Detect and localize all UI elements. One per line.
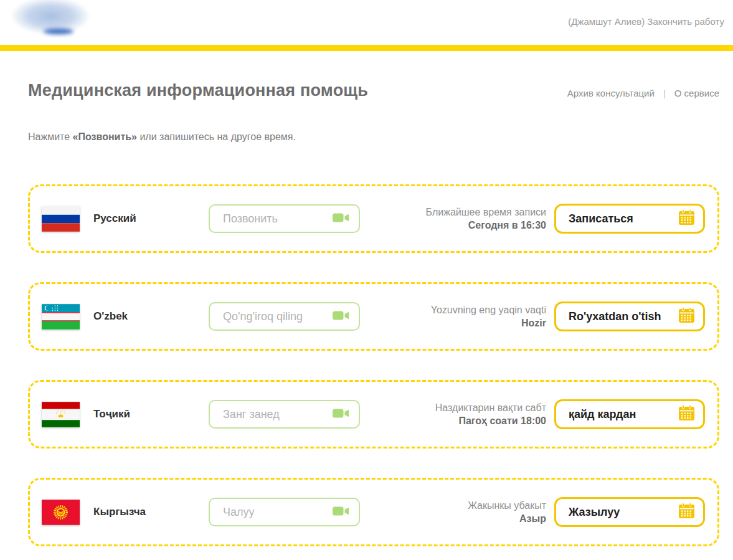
video-camera-icon: [333, 506, 349, 519]
kyrgyzstan-flag-icon: [42, 500, 80, 525]
site-logo-core: [44, 29, 73, 34]
page-title: Медицинская информационная помощь: [28, 81, 368, 100]
nearest-slot-info: Yozuvning eng yaqin vaqti Hozir: [431, 303, 546, 330]
calendar-icon: [678, 503, 695, 521]
logout-link[interactable]: Закончить работу: [647, 16, 724, 27]
calendar-icon: [678, 307, 695, 326]
language-card-uzbek: O'zbek Qo'ng'iroq qiling Yozuvning eng y…: [28, 282, 719, 351]
slot-caption: Ближайшее время записи: [426, 206, 546, 219]
slot-caption: Yozuvning eng yaqin vaqti: [431, 303, 546, 316]
user-name: (Джамшут Алиев): [568, 16, 645, 27]
call-button-tajik[interactable]: Занг занед: [209, 400, 360, 429]
book-button-label: қайд кардан: [569, 408, 636, 421]
video-camera-icon: [333, 310, 349, 323]
slot-caption: Жакынкы убакыт: [468, 499, 546, 512]
call-button-label: Позвонить: [223, 212, 278, 225]
call-button-russian[interactable]: Позвонить: [209, 204, 360, 233]
instruction-suffix: или запишитесь на другое время.: [137, 131, 296, 142]
call-button-label: Чалуу: [223, 506, 255, 519]
book-button-tajik[interactable]: қайд кардан: [554, 399, 705, 429]
nearest-slot-info: Наздиктарин вақти сабт Пагоҳ соати 18:00: [435, 401, 546, 427]
uzbekistan-flag-icon: [42, 304, 80, 330]
nearest-slot-info: Жакынкы убакыт Азыр: [468, 499, 546, 525]
book-button-label: Жазылуу: [569, 506, 620, 519]
call-button-kyrgyz[interactable]: Чалуу: [209, 498, 360, 526]
nav-archive-link[interactable]: Архив консультаций: [567, 88, 655, 98]
main-content: Медицинская информационная помощь Архив …: [0, 51, 733, 546]
instruction-highlight: «Позвонить»: [73, 131, 137, 142]
page-nav: Архив консультаций|О сервисе: [567, 88, 719, 100]
call-button-label: Занг занед: [223, 408, 280, 421]
instruction-text: Нажмите «Позвонить» или запишитесь на др…: [28, 131, 719, 143]
slot-time: Сегодня в 16:30: [426, 219, 546, 232]
slot-caption: Наздиктарин вақти сабт: [435, 401, 546, 414]
site-logo: [4, 0, 97, 39]
nearest-slot-info: Ближайшее время записи Сегодня в 16:30: [426, 206, 546, 232]
calendar-icon: [678, 405, 695, 424]
nav-about-link[interactable]: О сервисе: [674, 88, 719, 98]
accent-bar: [0, 45, 733, 51]
language-label: Тоҷикӣ: [93, 408, 209, 420]
book-button-russian[interactable]: Записаться: [554, 204, 705, 234]
language-card-kyrgyz: Кыргызча Чалуу Жакынкы убакыт Азыр Жазыл…: [28, 478, 719, 546]
language-card-list: Русский Позвонить Ближайшее время записи…: [28, 184, 719, 546]
nav-separator: |: [663, 88, 666, 98]
russia-flag-icon: [42, 206, 80, 232]
video-camera-icon: [333, 408, 349, 421]
call-button-label: Qo'ng'iroq qiling: [223, 310, 303, 323]
book-button-label: Записаться: [569, 212, 633, 225]
language-card-tajik: Тоҷикӣ Занг занед Наздиктарин вақти сабт…: [28, 380, 719, 448]
language-label: Русский: [93, 212, 209, 225]
slot-time: Hozir: [431, 316, 546, 330]
book-button-label: Ro'yxatdan o'tish: [569, 310, 661, 323]
tajikistan-flag-icon: [42, 402, 80, 427]
instruction-prefix: Нажмите: [28, 131, 73, 142]
language-label: Кыргызча: [93, 506, 209, 518]
language-label: O'zbek: [93, 310, 209, 323]
video-camera-icon: [333, 212, 349, 225]
slot-time: Азыр: [468, 512, 546, 525]
book-button-kyrgyz[interactable]: Жазылуу: [554, 497, 705, 527]
slot-time: Пагоҳ соати 18:00: [435, 414, 546, 427]
header: (Джамшут Алиев) Закончить работу: [0, 0, 733, 45]
language-card-russian: Русский Позвонить Ближайшее время записи…: [28, 184, 719, 253]
book-button-uzbek[interactable]: Ro'yxatdan o'tish: [554, 301, 705, 331]
calendar-icon: [678, 209, 695, 228]
header-user-area: (Джамшут Алиев) Закончить работу: [568, 16, 724, 27]
call-button-uzbek[interactable]: Qo'ng'iroq qiling: [209, 302, 360, 331]
title-row: Медицинская информационная помощь Архив …: [28, 81, 719, 100]
